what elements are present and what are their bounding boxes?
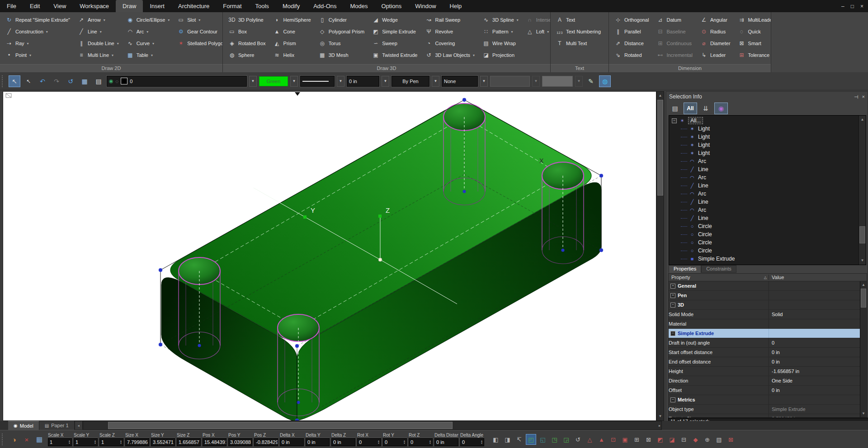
ribbon-item[interactable]: ◠ Arc ▾ [125,26,171,37]
ribbon-item[interactable]: ↗ Arrow ▾ [76,14,120,26]
snap-mode-icon[interactable]: ↸ [514,434,524,445]
menu-item[interactable]: Options [375,0,409,12]
field-input[interactable]: 0 in [306,438,330,446]
scroll-down-icon[interactable]: ▼ [657,413,664,420]
panel-close-icon[interactable]: × [862,94,865,100]
ribbon-item[interactable]: ▤ Wire Wrap [481,37,520,49]
scroll-down-icon[interactable]: ▼ [859,257,866,264]
selection-tool-button[interactable]: All [684,103,697,114]
ribbon-item[interactable]: Ψ Revolve [423,26,476,37]
column-property[interactable]: Property [671,275,690,280]
tree-item[interactable]: ◠ Arc [669,157,859,165]
line-width-combo[interactable]: 0 in [347,76,379,87]
spinner-icon[interactable]: ▴ ▾ [119,440,122,444]
property-row[interactable]: Extents Size 8.729459 in [669,414,860,418]
tree-item[interactable]: ╱ Line [669,182,859,190]
spinner-icon[interactable]: ▴ ▾ [94,440,96,444]
tree-item[interactable]: ╱ Line [669,214,859,222]
layer-dropdown-arrow[interactable]: ▼ [249,76,257,87]
property-row[interactable]: Object type Simple Extrude [669,405,860,414]
statusbar-tool-button[interactable]: ◑ [9,434,19,445]
property-row[interactable]: Start offset distance 0 in [669,348,860,357]
field-input[interactable]: 7.799886 in [125,438,149,446]
property-row[interactable]: − Simple Extrude [669,329,860,338]
tree-item[interactable]: ✶ Light [669,133,859,141]
scroll-up-icon[interactable]: ▲ [860,282,867,288]
minimize-icon[interactable]: – [841,3,844,9]
ribbon-item[interactable]: ∽ Sweep [370,37,419,49]
snap-mode-icon[interactable]: ↺ [573,434,583,445]
select-tool-button[interactable]: ↖ [9,75,20,87]
snap-mode-icon[interactable]: ◨ [502,434,513,445]
ribbon-item[interactable]: ◪ Projection [481,49,520,61]
ribbon-item[interactable]: ⊹ Orthogonal [613,14,650,26]
field-input[interactable]: -0.828429 in [254,438,278,446]
ribbon-item[interactable]: ↳ Leader [698,49,732,61]
property-value[interactable] [769,319,860,328]
menu-item[interactable]: Tools [249,0,276,12]
selection-tool-button[interactable]: ▤ [668,103,682,114]
snap-mode-icon[interactable]: △ [585,434,595,445]
snap-mode-icon[interactable]: ⊞ [632,434,642,445]
ribbon-item[interactable]: A Text [554,14,602,26]
ribbon-item[interactable]: ∩ Intersection [524,14,550,26]
ribbon-item[interactable]: ◇ Polygonal Prism [317,26,366,37]
field-input[interactable]: 15.484391 in [203,438,226,446]
ribbon-item[interactable]: ∠ Angular [698,14,732,26]
statusbar-tool-button[interactable]: × [22,434,32,445]
pen-color-button[interactable]: Green [259,76,288,86]
line-style-arrow[interactable]: ▼ [337,76,344,87]
ribbon-item[interactable]: • Point ▾ [4,49,71,61]
sort-icon[interactable]: △ [764,275,769,280]
property-value[interactable] [769,395,860,404]
restore-icon[interactable]: □ [851,3,854,9]
property-row[interactable]: End offset distance 0 in [669,357,860,367]
color-dropdown-arrow[interactable]: ▼ [290,76,298,87]
snap-mode-icon[interactable]: ⊡ [608,434,618,445]
property-row[interactable]: + Pen [669,291,860,300]
menu-item[interactable]: Add-Ons [307,0,343,12]
scroll-down-icon[interactable]: ▼ [860,411,867,417]
tree-item[interactable]: ✶ Light [669,141,859,149]
ribbon-item[interactable]: ▭ Box [226,26,267,37]
ribbon-item[interactable]: ◔ Covering [423,37,476,49]
expander-icon[interactable]: − [670,397,675,402]
property-value[interactable] [769,291,860,300]
menu-item[interactable]: Draw [116,0,143,12]
snap-mode-icon[interactable]: ▧ [714,434,724,445]
scroll-right-icon[interactable]: ▸ [659,421,660,429]
tree-item[interactable]: ◠ Arc [669,190,859,198]
ribbon-item[interactable]: ⌀ Diameter [698,37,732,49]
ribbon-item[interactable]: ◩ Simple Extrude [370,26,419,37]
ribbon-item[interactable]: ◉ Circle/Ellipse ▾ [125,14,171,26]
property-row[interactable]: Draft in (out) angle 0 [669,338,860,348]
expander-icon[interactable]: − [670,331,675,336]
ribbon-item[interactable]: ↺ 3D Law Objects ▾ [423,49,476,61]
ribbon-item[interactable]: ⊙ Radius [698,26,732,37]
ribbon-item[interactable]: ▲ Cone [272,26,312,37]
field-input[interactable]: 0 ▴ ▾ [409,438,433,446]
grid-scroll-thumb[interactable] [861,289,866,308]
field-input[interactable]: 0 ▴ ▾ [357,438,381,446]
property-value[interactable]: 0 [769,338,860,347]
menu-item[interactable]: Edit [23,0,47,12]
ribbon-item[interactable]: ◍ Sphere [226,49,267,61]
tree-item[interactable]: ○ Circle [669,222,859,230]
spinner-icon[interactable]: ▴ ▾ [377,440,379,444]
hatch-combo[interactable]: None [442,76,478,87]
ribbon-item[interactable]: ⇢ Ray ▾ [4,37,71,49]
tree-item[interactable]: ◠ Arc [669,206,859,214]
scroll-up-icon[interactable]: ▲ [859,117,866,123]
property-row[interactable]: Direction One Side [669,376,860,386]
ribbon-item[interactable]: ▯ Cylinder [317,14,366,26]
spinner-icon[interactable]: ▴ ▾ [403,440,405,444]
layer-manager-button[interactable]: ▤ [93,75,104,87]
selection-tool-button[interactable]: ◉ [714,103,728,114]
snap-mode-icon[interactable]: ◰ [526,434,536,445]
spinner-icon[interactable]: ▴ ▾ [429,440,431,444]
tree-item[interactable]: ✶ Light [669,125,859,133]
snap-mode-icon[interactable]: ⊠ [643,434,654,445]
ribbon-item[interactable]: ∥ Parallel [613,26,650,37]
canvas-horizontal-scrollbar[interactable]: ▸ [83,421,662,430]
ribbon-item[interactable]: ∷ Pattern ▾ [481,26,520,37]
